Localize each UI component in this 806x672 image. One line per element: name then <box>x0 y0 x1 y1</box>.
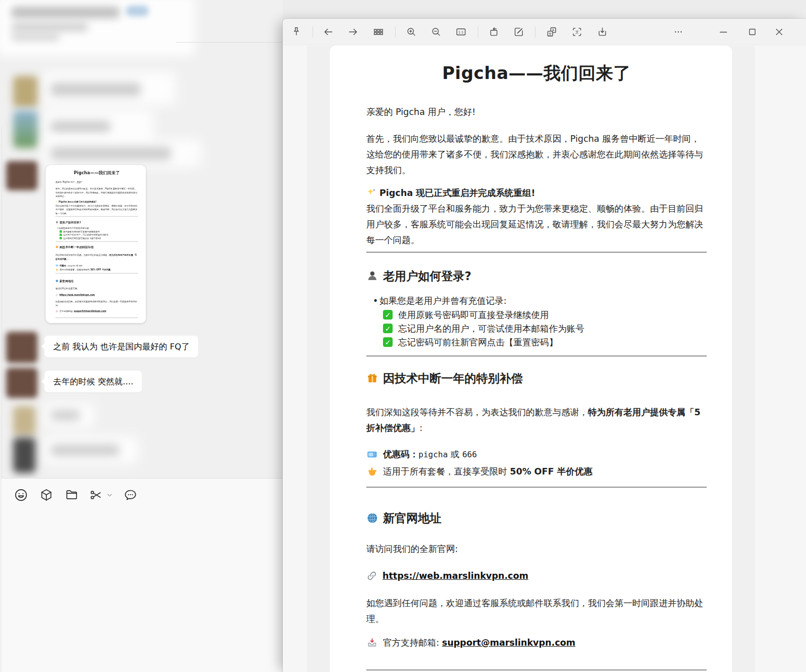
edit-button[interactable] <box>510 23 527 41</box>
coupon-applies-line: 适用于所有套餐，直接享受限时 50% OFF 半价优惠 <box>366 464 707 479</box>
pin-icon <box>291 26 302 37</box>
edit-icon <box>513 26 524 37</box>
pointing-hand-icon <box>55 268 58 271</box>
ticket-icon <box>366 449 378 460</box>
sticker-box-button[interactable] <box>38 487 54 503</box>
ocr-extract-text-button[interactable]: 文 <box>568 23 586 41</box>
svg-text:文: 文 <box>549 32 552 36</box>
chat-history-icon <box>124 488 137 502</box>
blurred-message-text <box>51 83 141 96</box>
section-divider <box>366 487 707 488</box>
login-bullet: 如果您是老用户并曾有充值记录: <box>55 226 138 230</box>
close-button[interactable] <box>771 23 788 41</box>
save-button[interactable] <box>594 23 611 41</box>
avatar[interactable] <box>6 368 37 398</box>
support-email-link[interactable]: support@marslinkvpn.com <box>442 638 575 648</box>
emoji-icon <box>14 488 28 502</box>
globe-icon <box>55 280 58 283</box>
svg-text:文: 文 <box>575 30 579 34</box>
rotate-button[interactable] <box>485 23 503 41</box>
login-item: ✓ 忘记密码可前往新官网点击【重置密码】 <box>383 335 707 349</box>
reboot-paragraph: 我们全面升级了平台和服务能力，致力于为您带来更稳定、顺畅的体验。由于目前回归用户… <box>55 204 138 216</box>
support-note: 如您遇到任何问题，欢迎通过客服系统或邮件联系我们，我们会第一时间跟进并协助处理。 <box>366 596 707 627</box>
thumbnail-grid-button[interactable] <box>370 23 387 41</box>
minimize-button[interactable] <box>715 23 732 41</box>
ocr-icon: 文 <box>571 26 583 37</box>
reboot-heading: Pigcha 现已正式重启并完成系统重组! <box>55 200 138 204</box>
zoom-in-button[interactable] <box>403 23 420 41</box>
image-viewer-window: 1:1 A文 文 <box>283 19 806 672</box>
login-item: ✓ 使用原账号密码即可直接登录继续使用 <box>383 308 707 322</box>
blurred-avatar <box>13 438 35 473</box>
chat-message[interactable]: 之前 我认为 也许是国内最好的 FQ了 <box>45 336 198 358</box>
section-divider <box>366 252 707 253</box>
zoom-out-button[interactable] <box>428 23 445 41</box>
website-section-heading: 新官网地址 <box>55 279 138 283</box>
link-icon <box>55 294 58 296</box>
checkbox-checked-icon: ✓ <box>383 337 393 347</box>
login-item: ✓ 忘记用户名的用户，可尝试使用本邮箱作为账号 <box>383 322 707 335</box>
back-icon <box>323 26 334 37</box>
avatar[interactable] <box>6 332 37 363</box>
svg-text:1:1: 1:1 <box>458 30 464 34</box>
greeting-text: 亲爱的 Pigcha 用户，您好! <box>366 104 707 120</box>
previous-image-button[interactable] <box>320 23 337 41</box>
inbox-icon <box>55 310 58 313</box>
apology-paragraph: 首先，我们向您致以最诚挚的歉意。由于技术原因，Pigcha 服务曾中断近一年时间… <box>366 131 707 178</box>
section-divider <box>366 669 707 670</box>
viewer-content-area[interactable]: Pigcha——我们回来了 亲爱的 Pigcha 用户，您好! 首先，我们向您致… <box>283 46 806 672</box>
toolbar-separator <box>478 26 478 37</box>
chat-message[interactable]: 去年的时候 突然就.... <box>45 371 142 392</box>
thumbnail-content: Pigcha——我们回来了 亲爱的 Pigcha 用户，您好! 首先，我们向您致… <box>47 166 144 323</box>
checkbox-checked-icon: ✓ <box>60 237 62 240</box>
actual-size-button[interactable]: 1:1 <box>452 23 470 41</box>
screenshot-scissors-icon <box>89 488 103 502</box>
website-url-link[interactable]: https://web.marslinkvpn.com <box>59 293 95 297</box>
emoji-button[interactable] <box>13 487 29 503</box>
chevron-down-icon <box>106 492 113 498</box>
minimize-icon <box>718 26 729 37</box>
next-image-button[interactable] <box>344 23 362 41</box>
support-email-link[interactable]: support@marslinkvpn.com <box>74 310 106 312</box>
compensation-section-heading: 因技术中断一年的特别补偿 <box>55 245 138 249</box>
blurred-message-text <box>51 410 80 420</box>
website-url-link[interactable]: https://web.marslinkvpn.com <box>382 568 528 583</box>
login-item: ✓ 忘记密码可前往新官网点击【重置密码】 <box>60 236 138 240</box>
thumbnails-icon <box>373 26 384 37</box>
globe-icon <box>366 512 378 524</box>
more-options-button[interactable] <box>670 23 687 41</box>
coupon-code-line: 优惠码：pigcha 或 666 <box>366 447 707 462</box>
inbox-icon <box>366 637 378 649</box>
screenshot-button[interactable] <box>88 487 104 503</box>
checkbox-checked-icon: ✓ <box>60 230 62 233</box>
document-title: Pigcha——我们回来了 <box>55 170 138 176</box>
login-section-heading: 老用户如何登录? <box>366 268 707 284</box>
sparkles-icon <box>55 201 58 203</box>
checkbox-checked-icon: ✓ <box>383 324 393 333</box>
chat-input-area[interactable] <box>2 479 283 672</box>
screenshot-options-button[interactable] <box>104 487 115 503</box>
blurred-chat-badge <box>126 6 148 16</box>
checkbox-checked-icon: ✓ <box>383 310 393 320</box>
document-image-thumbnail[interactable]: Pigcha——我们回来了 亲爱的 Pigcha 用户，您好! 首先，我们向您致… <box>46 165 146 323</box>
toolbar-separator <box>313 26 313 37</box>
login-bullet: 如果您是老用户并曾有充值记录: <box>366 294 707 308</box>
maximize-button[interactable] <box>744 23 761 41</box>
chat-history-button[interactable] <box>122 487 138 503</box>
gift-icon <box>366 372 378 384</box>
blurred-chat-subtitle-2 <box>11 33 60 41</box>
toolbar-separator <box>395 26 396 37</box>
send-file-button[interactable] <box>63 487 80 503</box>
avatar[interactable] <box>6 161 37 190</box>
checkbox-checked-icon: ✓ <box>60 233 62 236</box>
viewer-toolbar: 1:1 A文 文 <box>283 19 806 45</box>
support-note: 如您遇到任何问题，欢迎通过客服系统或邮件联系我们，我们会第一时间跟进并协助处理。 <box>55 300 138 307</box>
gift-icon <box>55 246 58 249</box>
zoom-out-icon <box>431 26 442 37</box>
blurred-avatar <box>13 110 37 148</box>
blurred-message-text <box>51 147 171 160</box>
login-section-heading: 老用户如何登录? <box>55 220 138 224</box>
translate-button[interactable]: A文 <box>543 23 560 41</box>
pin-button[interactable] <box>288 23 305 41</box>
ticket-icon <box>55 264 58 267</box>
